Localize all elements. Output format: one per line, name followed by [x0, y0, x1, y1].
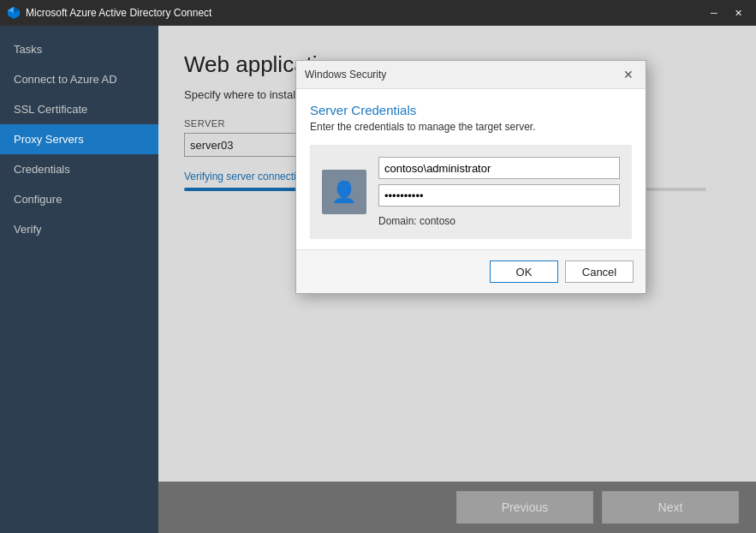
- title-bar-text: Microsoft Azure Active Directory Connect: [26, 7, 703, 19]
- cred-fields: Domain: contoso: [378, 157, 620, 227]
- dialog-cred-area: 👤 Domain: contoso: [310, 145, 632, 239]
- sidebar-item-ssl[interactable]: SSL Certificate: [0, 94, 158, 124]
- sidebar-item-verify[interactable]: Verify: [0, 214, 158, 244]
- bottom-bar: Previous Next: [158, 482, 756, 533]
- cancel-button[interactable]: Cancel: [565, 261, 634, 283]
- user-icon: 👤: [331, 180, 357, 204]
- dialog-close-button[interactable]: ✕: [620, 66, 637, 83]
- title-bar: Microsoft Azure Active Directory Connect…: [0, 0, 756, 26]
- dialog-body: Server Credentials Enter the credentials…: [296, 89, 646, 239]
- dialog-cred-subtitle: Enter the credentials to manage the targ…: [310, 121, 632, 133]
- azure-ad-icon: [7, 6, 21, 20]
- sidebar-item-connect-azure[interactable]: Connect to Azure AD: [0, 64, 158, 94]
- dialog-overlay: Windows Security ✕ Server Credentials En…: [158, 26, 756, 482]
- content-inner: Web application proxy servers Specify wh…: [158, 26, 756, 482]
- dialog-title-text: Windows Security: [305, 69, 386, 81]
- sidebar-item-credentials[interactable]: Credentials: [0, 154, 158, 184]
- sidebar: Tasks Connect to Azure AD SSL Certificat…: [0, 26, 158, 533]
- content-area: Web application proxy servers Specify wh…: [158, 26, 756, 533]
- close-button[interactable]: ✕: [727, 4, 749, 21]
- domain-text: Domain: contoso: [378, 215, 620, 227]
- minimize-button[interactable]: ─: [703, 4, 725, 21]
- sidebar-item-configure[interactable]: Configure: [0, 184, 158, 214]
- ok-button[interactable]: OK: [490, 261, 558, 283]
- sidebar-item-proxy-servers[interactable]: Proxy Servers: [0, 124, 158, 154]
- dialog-footer: OK Cancel: [296, 249, 646, 293]
- title-bar-controls: ─ ✕: [703, 4, 749, 21]
- previous-button[interactable]: Previous: [456, 491, 593, 524]
- username-input[interactable]: [378, 157, 620, 179]
- dialog-title-bar: Windows Security ✕: [296, 61, 646, 89]
- dialog-cred-title: Server Credentials: [310, 103, 632, 117]
- next-button[interactable]: Next: [602, 491, 739, 524]
- windows-security-dialog: Windows Security ✕ Server Credentials En…: [295, 60, 646, 294]
- main-window: Tasks Connect to Azure AD SSL Certificat…: [0, 26, 756, 533]
- sidebar-item-tasks[interactable]: Tasks: [0, 34, 158, 64]
- avatar: 👤: [322, 170, 366, 214]
- password-input[interactable]: [378, 184, 620, 207]
